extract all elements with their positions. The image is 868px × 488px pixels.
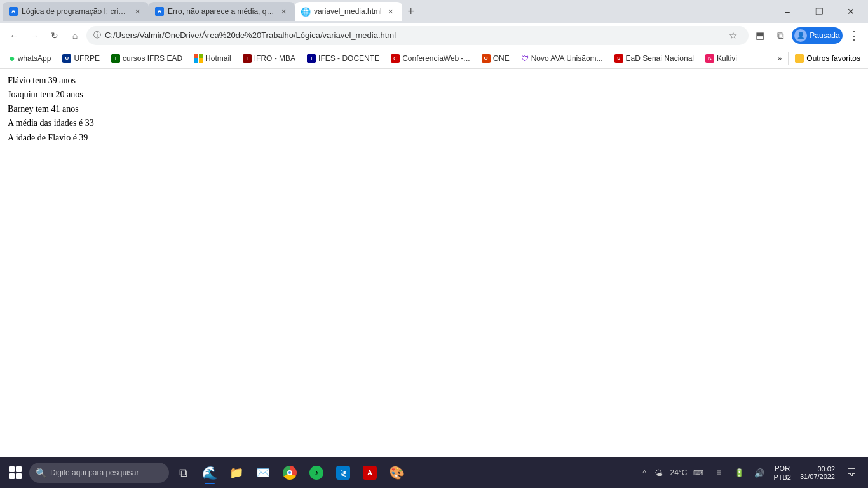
tray-expand-button[interactable]: ^ bbox=[641, 469, 647, 477]
taskbar-language[interactable]: POR PTB2 bbox=[771, 460, 794, 485]
tray-battery-icon[interactable]: 🔋 bbox=[730, 460, 748, 485]
ava-shield-icon: 🛡 bbox=[521, 54, 529, 63]
taskbar-app-red[interactable]: A bbox=[357, 460, 383, 485]
ifro-icon: I bbox=[243, 54, 252, 63]
taskbar-file-explorer[interactable]: 📁 bbox=[224, 460, 249, 485]
browser-menu-button[interactable]: ⋮ bbox=[845, 27, 863, 44]
url-text: C:/Users/Valmir/OneDrive/Área%20de%20Tra… bbox=[105, 30, 396, 40]
avatar: 👤 bbox=[794, 29, 807, 42]
home-button[interactable]: ⌂ bbox=[66, 27, 84, 44]
extension-button[interactable]: ⧉ bbox=[771, 27, 789, 44]
bookmark-conf[interactable]: C ConferenciaWeb -... bbox=[386, 51, 475, 66]
back-button[interactable]: ← bbox=[5, 27, 23, 44]
taskbar-app-sketch[interactable]: 🎨 bbox=[384, 460, 409, 485]
taskbar-task-view[interactable]: ⧉ bbox=[170, 460, 196, 485]
whatsapp-icon: ● bbox=[9, 53, 15, 64]
tab3-label: variavel_media.html bbox=[314, 7, 382, 16]
page-line-4: A média das idades é 33 bbox=[8, 116, 860, 130]
tray-keyboard-icon[interactable]: ⌨ bbox=[689, 460, 707, 485]
page-line-3: Barney tem 41 anos bbox=[8, 102, 860, 116]
window-controls: – ❐ ✕ bbox=[773, 0, 865, 23]
title-bar: A Lógica de programação I: crie pr... ✕ … bbox=[0, 0, 868, 23]
bookmark-ifes[interactable]: I IFES - DOCENTE bbox=[302, 51, 384, 66]
page-line-5: A idade de Flavio é 39 bbox=[8, 131, 860, 145]
taskbar-search-box[interactable]: 🔍 bbox=[29, 463, 169, 483]
bookmark-conf-label: ConferenciaWeb -... bbox=[402, 54, 470, 63]
tab3-favicon: 🌐 bbox=[301, 7, 310, 16]
bookmark-ufrpe-label: UFRPE bbox=[74, 54, 100, 63]
bookmark-hotmail[interactable]: Hotmail bbox=[189, 51, 236, 66]
edge-icon: 🌊 bbox=[202, 465, 218, 480]
bookmark-ava-label: Novo AVA Unisãom... bbox=[531, 54, 603, 63]
profile-label: Pausada bbox=[810, 31, 839, 40]
chrome-icon bbox=[283, 466, 297, 480]
tab1-close-button[interactable]: ✕ bbox=[132, 6, 142, 17]
tray-network-icon[interactable]: 🖥 bbox=[710, 460, 728, 485]
close-button[interactable]: ✕ bbox=[836, 0, 865, 23]
taskbar-chrome[interactable] bbox=[277, 460, 302, 485]
ms-icon bbox=[194, 54, 203, 63]
forward-button[interactable]: → bbox=[25, 27, 43, 44]
browser-tab-2[interactable]: A Erro, não aparece a média, quan... ✕ bbox=[149, 2, 295, 21]
senai-icon: S bbox=[614, 54, 623, 63]
bookmark-senai-label: EaD Senai Nacional bbox=[626, 54, 694, 63]
bookmark-ifro[interactable]: I IFRO - MBA bbox=[238, 51, 301, 66]
bookmark-kultivi[interactable]: K Kultivi bbox=[700, 51, 742, 66]
page-content: Flávio tem 39 anos Joaquim tem 20 anos B… bbox=[0, 69, 868, 458]
bookmark-kultivi-label: Kultivi bbox=[717, 54, 737, 63]
taskbar: 🔍 ⧉ 🌊 📁 ✉️ ♪ ≷ A bbox=[0, 458, 868, 488]
bookmark-one[interactable]: O ONE bbox=[477, 51, 515, 66]
kultivi-icon: K bbox=[705, 54, 714, 63]
url-bar[interactable]: ⓘ C:/Users/Valmir/OneDrive/Área%20de%20T… bbox=[86, 26, 749, 45]
clock-time: 00:02 bbox=[817, 465, 835, 473]
lang-line1: POR bbox=[775, 464, 790, 473]
taskbar-search-input[interactable] bbox=[50, 468, 158, 477]
lang-line2: PTB2 bbox=[773, 473, 791, 482]
tab1-favicon: A bbox=[9, 7, 18, 16]
screenshot-button[interactable]: ⬒ bbox=[751, 27, 769, 44]
bookmarks-separator bbox=[788, 52, 789, 65]
lock-icon: ⓘ bbox=[93, 30, 101, 41]
bookmark-ava[interactable]: 🛡 Novo AVA Unisãom... bbox=[516, 51, 608, 66]
taskbar-tray: ^ 🌤 24°C ⌨ 🖥 🔋 🔊 POR PTB2 00:02 31/07/20… bbox=[641, 460, 865, 485]
tray-weather-icon[interactable]: 🌤 bbox=[650, 460, 668, 485]
bookmark-whatsapp-label: whatsApp bbox=[18, 54, 51, 63]
bookmark-ifes-label: IFES - DOCENTE bbox=[318, 54, 379, 63]
tab2-close-button[interactable]: ✕ bbox=[278, 6, 288, 17]
bookmark-others-folder[interactable]: Outros favoritos bbox=[791, 51, 864, 66]
bookmark-one-label: ONE bbox=[493, 54, 510, 63]
browser-tab-3[interactable]: 🌐 variavel_media.html ✕ bbox=[295, 2, 402, 21]
clock-date: 31/07/2022 bbox=[800, 473, 835, 480]
start-button[interactable] bbox=[3, 460, 28, 485]
tray-sound-icon[interactable]: 🔊 bbox=[750, 460, 768, 485]
restore-button[interactable]: ❐ bbox=[804, 0, 834, 23]
browser-tab-1[interactable]: A Lógica de programação I: crie pr... ✕ bbox=[3, 2, 149, 21]
bookmark-icon[interactable]: ☆ bbox=[724, 27, 742, 44]
page-line-1: Flávio tem 39 anos bbox=[8, 74, 860, 88]
bookmark-whatsapp[interactable]: ● whatsApp bbox=[4, 51, 56, 66]
bookmark-ufrpe[interactable]: U UFRPE bbox=[57, 51, 105, 66]
bookmark-ifrs-label: cursos IFRS EAD bbox=[123, 54, 182, 63]
bookmark-ifrs[interactable]: I cursos IFRS EAD bbox=[106, 51, 187, 66]
address-right-icons: ☆ bbox=[724, 27, 742, 44]
taskbar-mail[interactable]: ✉️ bbox=[250, 460, 276, 485]
notification-button[interactable]: 🗨 bbox=[841, 460, 862, 485]
windows-logo-icon bbox=[9, 466, 22, 479]
bookmark-senai[interactable]: S EaD Senai Nacional bbox=[609, 51, 699, 66]
taskbar-spotify[interactable]: ♪ bbox=[304, 460, 329, 485]
tab1-label: Lógica de programação I: crie pr... bbox=[22, 7, 128, 16]
taskbar-edge[interactable]: 🌊 bbox=[197, 460, 222, 485]
profile-button[interactable]: 👤 Pausada bbox=[792, 27, 843, 44]
tab3-close-button[interactable]: ✕ bbox=[386, 6, 396, 17]
taskbar-clock[interactable]: 00:02 31/07/2022 bbox=[796, 460, 839, 485]
refresh-button[interactable]: ↻ bbox=[46, 27, 64, 44]
new-tab-button[interactable]: + bbox=[402, 3, 420, 20]
page-line-2: Joaquim tem 20 anos bbox=[8, 88, 860, 102]
tray-temperature: 24°C bbox=[670, 468, 688, 477]
ifrs-icon: I bbox=[111, 54, 120, 63]
bookmarks-more-button[interactable]: » bbox=[774, 51, 786, 66]
spotify-icon: ♪ bbox=[309, 466, 323, 480]
minimize-button[interactable]: – bbox=[773, 0, 802, 23]
taskbar-vscode[interactable]: ≷ bbox=[330, 460, 356, 485]
conf-icon: C bbox=[391, 54, 400, 63]
